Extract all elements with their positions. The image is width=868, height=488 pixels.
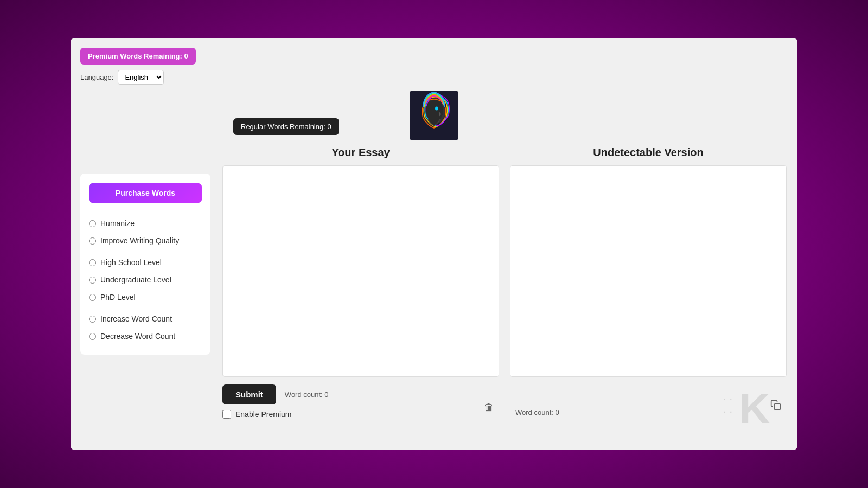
essay-bottom-row: Submit Word count: 0 xyxy=(222,384,499,404)
submit-button[interactable]: Submit xyxy=(222,384,276,404)
essay-column: 🗑 Submit Word count: 0 Enable Premium xyxy=(222,165,499,419)
copy-icon[interactable] xyxy=(770,400,781,413)
essay-column-header: Your Essay xyxy=(222,146,499,159)
undetectable-output[interactable] xyxy=(510,165,787,377)
option-increase-word[interactable]: Increase Word Count xyxy=(89,310,202,328)
premium-badge: Premium Words Remaining: 0 xyxy=(80,48,196,65)
main-container: Premium Words Remaining: 0 Language: Eng… xyxy=(71,38,797,450)
purchase-words-button[interactable]: Purchase Words xyxy=(89,183,202,203)
undetectable-column-header: Undetectable Version xyxy=(510,146,787,159)
svg-rect-4 xyxy=(775,404,781,410)
columns-header: Your Essay Undetectable Version xyxy=(222,146,787,159)
top-left-panel: Premium Words Remaining: 0 Language: Eng… xyxy=(80,48,196,85)
trash-icon[interactable]: 🗑 xyxy=(484,402,494,413)
svg-point-2 xyxy=(426,100,443,121)
watermark-dots: · ·· · xyxy=(723,393,732,418)
logo-image xyxy=(410,91,458,140)
undetectable-column: Word count: 0 xyxy=(510,165,787,419)
svg-point-3 xyxy=(435,107,438,111)
option-undergraduate[interactable]: Undergraduate Level xyxy=(89,271,202,288)
radio-increase-word[interactable] xyxy=(89,316,96,323)
radio-improve-writing[interactable] xyxy=(89,237,96,245)
watermark-k: K xyxy=(739,384,770,434)
regular-words-badge: Regular Words Remaining: 0 xyxy=(233,118,339,135)
enable-premium-row: Enable Premium xyxy=(222,410,499,419)
undetectable-word-count: Word count: 0 xyxy=(515,408,559,416)
content-area: Your Essay Undetectable Version 🗑 Submit… xyxy=(222,146,787,439)
radio-high-school[interactable] xyxy=(89,259,96,266)
essay-input[interactable] xyxy=(222,165,499,377)
language-row: Language: English Spanish French xyxy=(80,70,196,85)
language-label: Language: xyxy=(80,73,113,81)
sidebar: Purchase Words Humanize Improve Writing … xyxy=(80,174,210,355)
essay-word-count: Word count: 0 xyxy=(285,390,329,399)
enable-premium-label[interactable]: Enable Premium xyxy=(235,410,292,419)
logo-area xyxy=(410,91,458,140)
option-phd[interactable]: PhD Level xyxy=(89,288,202,306)
columns-body: 🗑 Submit Word count: 0 Enable Premium xyxy=(222,165,787,419)
enable-premium-checkbox[interactable] xyxy=(222,410,231,419)
option-humanize[interactable]: Humanize xyxy=(89,215,202,232)
option-improve-writing[interactable]: Improve Writing Quality xyxy=(89,232,202,249)
option-high-school[interactable]: High School Level xyxy=(89,254,202,271)
language-select[interactable]: English Spanish French xyxy=(118,70,164,85)
radio-humanize[interactable] xyxy=(89,220,96,227)
radio-phd[interactable] xyxy=(89,294,96,301)
option-decrease-word[interactable]: Decrease Word Count xyxy=(89,328,202,345)
options-group: Humanize Improve Writing Quality High Sc… xyxy=(89,215,202,345)
radio-decrease-word[interactable] xyxy=(89,333,96,340)
radio-undergraduate[interactable] xyxy=(89,277,96,284)
